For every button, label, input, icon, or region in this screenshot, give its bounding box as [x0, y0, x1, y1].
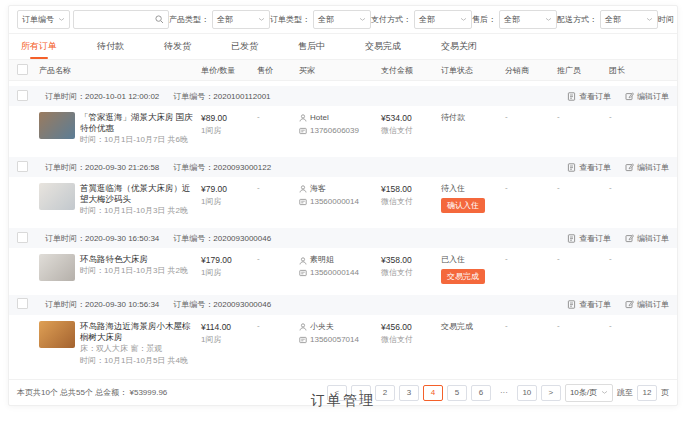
tab-2[interactable]: 待发货 — [164, 34, 191, 59]
filter-group: 配送方式： 全部 — [557, 10, 658, 29]
buyer-name: 素明姐 — [310, 254, 334, 267]
sale-price-cell: - — [257, 112, 299, 121]
tab-6[interactable]: 交易关闭 — [441, 34, 477, 59]
filter-group: 产品类型： 全部 — [169, 10, 270, 29]
column-header: 分销商 — [505, 65, 557, 76]
edit-order-link[interactable]: 编辑订单 — [625, 233, 669, 244]
status-action-button[interactable]: 交易完成 — [441, 269, 485, 284]
view-order-link[interactable]: 查看订单 — [567, 233, 611, 244]
view-order-icon — [567, 300, 576, 309]
distributor-cell: - — [505, 112, 557, 121]
product-image — [39, 112, 75, 139]
column-header: 推广员 — [557, 65, 609, 76]
product-image — [39, 321, 75, 348]
chevron-down-icon — [545, 18, 552, 22]
view-order-link[interactable]: 查看订单 — [567, 299, 611, 310]
column-header: 产品名称 — [39, 65, 201, 76]
edit-order-icon — [625, 163, 634, 172]
quantity: 1间房 — [201, 196, 253, 208]
price-cell: ¥114.00 1间房 — [201, 321, 257, 346]
chevron-down-icon — [359, 18, 366, 22]
filter-value: 全部 — [504, 14, 520, 25]
search-input[interactable] — [78, 14, 155, 25]
order-status-tabs: 所有订单待付款待发货已发货售后中交易完成交易关闭 — [9, 34, 677, 60]
filter-group: 支付方式： 全部 — [371, 10, 472, 29]
quantity: 1间房 — [201, 334, 253, 346]
column-header: 买家 — [299, 65, 381, 76]
product-dates: 时间：10月1日-10月5日 共4晚 — [80, 355, 197, 367]
buyer-icon — [299, 185, 307, 193]
tab-3[interactable]: 已发货 — [231, 34, 258, 59]
tab-4[interactable]: 售后中 — [298, 34, 325, 59]
column-header: 订单状态 — [441, 65, 505, 76]
status-cell: 交易完成 — [441, 321, 505, 334]
pay-method: 微信支付 — [381, 267, 437, 279]
search-icon[interactable] — [155, 15, 164, 24]
row-checkbox[interactable] — [17, 298, 28, 309]
row-checkbox[interactable] — [17, 90, 28, 101]
price-cell: ¥89.00 1间房 — [201, 112, 257, 137]
filter-label: 产品类型： — [169, 14, 209, 25]
promoter-cell: - — [557, 321, 609, 330]
order-group: 订单时间：2020-10-01 12:00:02 订单编号：2020100112… — [9, 86, 677, 152]
promoter-cell: - — [557, 112, 609, 121]
status-action-button[interactable]: 确认入住 — [441, 198, 485, 213]
product-cell: 环岛路海边近海景房小木屋棕榈树大床房 床：双人大床 窗：景观 时间：10月1日-… — [39, 321, 201, 367]
search-type-select[interactable]: 订单编号 — [17, 10, 70, 29]
filter-select[interactable]: 全部 — [414, 10, 472, 29]
filter-label: 支付方式： — [371, 14, 411, 25]
chevron-down-icon — [460, 18, 467, 22]
order-group-header: 订单时间：2020-10-01 12:00:02 订单编号：2020100112… — [9, 86, 677, 106]
chevron-down-icon — [258, 18, 265, 22]
edit-order-link[interactable]: 编辑订单 — [625, 162, 669, 173]
phone-icon — [299, 127, 307, 135]
quantity: 1间房 — [201, 267, 253, 279]
filter-select[interactable]: 全部 — [499, 10, 557, 29]
row-checkbox[interactable] — [17, 232, 28, 243]
view-order-icon — [567, 163, 576, 172]
edit-order-link[interactable]: 编辑订单 — [625, 299, 669, 310]
select-all-checkbox[interactable] — [17, 64, 28, 75]
filter-select[interactable]: 全部 — [313, 10, 371, 29]
buyer-cell: 素明姐 13560000144 — [299, 254, 381, 280]
pay-amount: ¥456.00 — [381, 321, 437, 334]
view-order-link[interactable]: 查看订单 — [567, 162, 611, 173]
edit-order-icon — [625, 234, 634, 243]
order-number: 订单编号：2020093000046 — [173, 299, 271, 310]
order-status: 待付款 — [441, 112, 501, 125]
order-row: 「管家逛海」湖景大床房 国庆特价优惠 时间：10月1日-10月7日 共6晚 ¥8… — [9, 106, 677, 152]
order-number: 订单编号：2020100112001 — [173, 91, 270, 102]
order-status: 交易完成 — [441, 321, 501, 334]
order-row: 环岛路特色大床房 时间：10月1日-10月3日 共2晚 ¥179.00 1间房 … — [9, 248, 677, 290]
pay-method: 微信支付 — [381, 334, 437, 346]
chevron-down-icon — [58, 18, 65, 22]
promoter-cell: - — [557, 254, 609, 263]
buyer-icon — [299, 114, 307, 122]
buyer-icon — [299, 323, 307, 331]
unit-price: ¥79.00 — [201, 183, 253, 196]
pay-amount: ¥534.00 — [381, 112, 437, 125]
phone-icon — [299, 269, 307, 277]
buyer-name: 小央夫 — [310, 321, 334, 334]
filter-value: 全部 — [318, 14, 334, 25]
tab-5[interactable]: 交易完成 — [365, 34, 401, 59]
product-title: 环岛路海边近海景房小木屋棕榈树大床房 — [80, 321, 197, 343]
filter-select[interactable]: 全部 — [212, 10, 270, 29]
filter-label: 售后： — [472, 14, 496, 25]
product-title: 「管家逛海」湖景大床房 国庆特价优惠 — [80, 112, 197, 134]
order-group-header: 订单时间：2020-09-30 16:50:34 订单编号：2020093000… — [9, 228, 677, 248]
tab-1[interactable]: 待付款 — [97, 34, 124, 59]
buyer-cell: 海客 13560000014 — [299, 183, 381, 209]
row-checkbox[interactable] — [17, 161, 28, 172]
select-all-checkbox-cell — [17, 64, 39, 77]
edit-order-link[interactable]: 编辑订单 — [625, 91, 669, 102]
view-order-link[interactable]: 查看订单 — [567, 91, 611, 102]
pay-method: 微信支付 — [381, 196, 437, 208]
order-group: 订单时间：2020-09-30 21:26:58 订单编号：2020093000… — [9, 157, 677, 223]
status-cell: 待入住 确认入住 — [441, 183, 505, 213]
product-dates: 时间：10月1日-10月3日 共2晚 — [80, 205, 197, 217]
tab-0[interactable]: 所有订单 — [21, 34, 57, 59]
filter-select[interactable]: 全部 — [600, 10, 658, 29]
filter-value: 全部 — [605, 14, 621, 25]
view-order-icon — [567, 234, 576, 243]
